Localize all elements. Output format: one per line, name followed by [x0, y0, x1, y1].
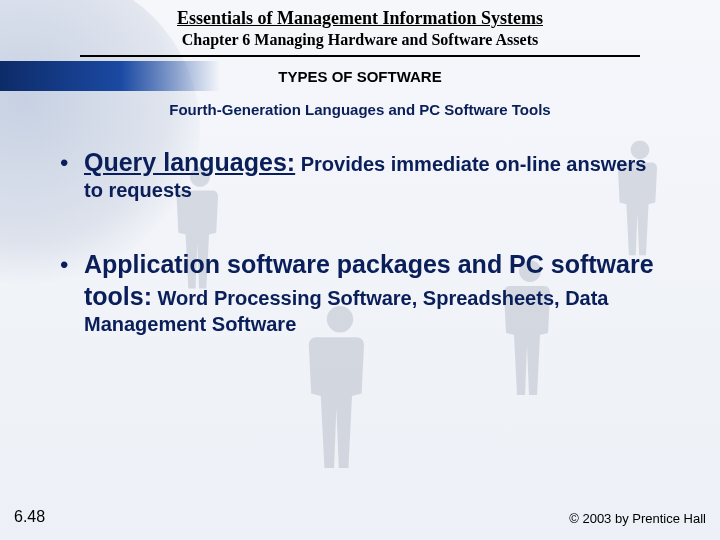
section-bar-accent [0, 61, 220, 91]
section-title: TYPES OF SOFTWARE [278, 68, 441, 85]
slide-content: Query languages: Provides immediate on-l… [0, 118, 720, 337]
bullet-item: Application software packages and PC sof… [56, 248, 664, 338]
bullet-item: Query languages: Provides immediate on-l… [56, 146, 664, 204]
chapter-title: Chapter 6 Managing Hardware and Software… [0, 31, 720, 49]
page-number: 6.48 [14, 508, 45, 526]
slide-header: Essentials of Management Information Sys… [0, 0, 720, 57]
slide-subtitle: Fourth-Generation Languages and PC Softw… [0, 101, 720, 118]
book-title: Essentials of Management Information Sys… [0, 8, 720, 29]
bullet-lead: Query languages: [84, 148, 295, 176]
bullet-rest: Word Processing Software, Spreadsheets, … [84, 287, 608, 335]
section-bar: TYPES OF SOFTWARE [0, 61, 720, 91]
divider [80, 55, 640, 57]
copyright: © 2003 by Prentice Hall [569, 511, 706, 526]
